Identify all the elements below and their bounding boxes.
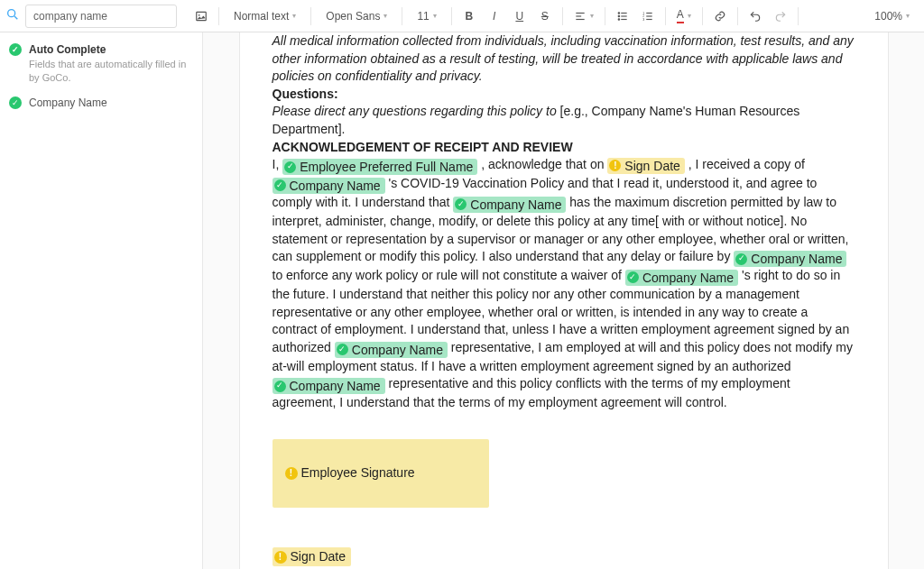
sidebar-item-company-name[interactable]: ✓ Company Name xyxy=(9,96,193,109)
doc-text: Please direct any questions regarding th… xyxy=(273,104,560,118)
sidebar-item-label: Company Name xyxy=(29,96,107,109)
check-icon: ✓ xyxy=(9,96,22,109)
toolbar-divider xyxy=(310,7,311,25)
zoom-select[interactable]: 100% xyxy=(865,5,919,28)
toolbar-divider xyxy=(451,7,452,25)
undo-button[interactable] xyxy=(744,5,767,28)
field-label: Employee Signature xyxy=(301,464,415,482)
check-icon: ✓ xyxy=(274,381,286,392)
field-label: Employee Preferred Full Name xyxy=(300,159,473,175)
sidebar-section-subtitle: Fields that are automatically filled in … xyxy=(9,58,193,86)
check-icon: ✓ xyxy=(284,161,296,173)
field-label: Company Name xyxy=(290,378,381,394)
insert-link-button[interactable] xyxy=(708,5,732,28)
warn-icon: ! xyxy=(609,160,621,171)
svg-point-0 xyxy=(8,10,15,17)
toolbar: Normal text Open Sans 11 B I U S 123 A xyxy=(0,0,924,32)
svg-point-7 xyxy=(618,12,619,13)
field-company-name[interactable]: ✓Company Name xyxy=(273,178,385,194)
field-company-name[interactable]: ✓Company Name xyxy=(734,251,846,267)
field-label: Sign Date xyxy=(624,158,679,174)
field-label: Company Name xyxy=(751,251,842,267)
toolbar-divider xyxy=(402,7,402,25)
underline-button[interactable]: U xyxy=(508,5,531,28)
doc-text: I, xyxy=(273,157,283,171)
doc-ack-heading[interactable]: ACKNOWLEDGEMENT OF RECEIPT AND REVIEW xyxy=(273,139,855,157)
doc-text: to enforce any work policy or rule will … xyxy=(273,268,625,282)
field-company-name[interactable]: ✓Company Name xyxy=(273,378,385,394)
insert-image-button[interactable] xyxy=(189,5,213,28)
sidebar-section-autocomplete: ✓ Auto Complete xyxy=(9,43,193,56)
field-employee-full-name[interactable]: ✓Employee Preferred Full Name xyxy=(282,159,477,175)
field-employee-signature[interactable]: ! Employee Signature xyxy=(273,439,489,508)
sidebar-section-title: Auto Complete xyxy=(29,43,106,56)
toolbar-divider xyxy=(702,7,703,25)
toolbar-divider xyxy=(665,7,666,25)
doc-ack-body[interactable]: I, ✓Employee Preferred Full Name , ackno… xyxy=(273,156,855,412)
check-icon: ✓ xyxy=(274,179,286,191)
toolbar-divider xyxy=(562,7,563,25)
doc-intro-paragraph[interactable]: All medical information collected from i… xyxy=(273,32,855,86)
redo-button[interactable] xyxy=(769,5,792,28)
search-input[interactable] xyxy=(25,5,177,28)
warn-icon: ! xyxy=(274,551,287,564)
field-label: Company Name xyxy=(470,197,561,213)
align-button[interactable] xyxy=(568,5,599,28)
document-page[interactable]: All medical information collected from i… xyxy=(239,32,889,569)
font-size-select[interactable]: 11 xyxy=(408,5,445,28)
toolbar-divider xyxy=(218,7,219,25)
doc-text: , acknowledge that on xyxy=(481,157,607,171)
toolbar-divider xyxy=(737,7,738,25)
svg-text:3: 3 xyxy=(642,17,644,21)
sidebar: ✓ Auto Complete Fields that are automati… xyxy=(0,32,203,569)
warn-icon: ! xyxy=(285,467,298,480)
field-company-name[interactable]: ✓Company Name xyxy=(625,270,738,286)
bullet-list-button[interactable] xyxy=(611,5,634,28)
document-canvas[interactable]: All medical information collected from i… xyxy=(203,32,924,569)
numbered-list-button[interactable]: 123 xyxy=(636,5,660,28)
strikethrough-button[interactable]: S xyxy=(533,5,557,28)
field-label: Company Name xyxy=(290,178,381,194)
doc-questions-heading[interactable]: Questions: xyxy=(273,86,855,104)
italic-button[interactable]: I xyxy=(483,5,506,28)
svg-point-3 xyxy=(199,14,200,15)
field-sign-date-footer[interactable]: ! Sign Date xyxy=(273,547,351,567)
field-label: Company Name xyxy=(352,342,443,358)
toolbar-divider xyxy=(798,7,799,25)
search-icon[interactable] xyxy=(5,7,20,24)
svg-line-1 xyxy=(14,16,17,19)
check-icon: ✓ xyxy=(455,198,467,210)
check-icon: ✓ xyxy=(9,43,22,56)
field-label: Company Name xyxy=(642,270,734,286)
svg-point-8 xyxy=(618,15,619,16)
doc-questions-body[interactable]: Please direct any questions regarding th… xyxy=(273,103,855,138)
bold-button[interactable]: B xyxy=(457,5,481,28)
check-icon: ✓ xyxy=(337,344,348,355)
field-sign-date[interactable]: !Sign Date xyxy=(607,158,684,174)
field-company-name[interactable]: ✓Company Name xyxy=(453,197,566,213)
toolbar-divider xyxy=(605,7,605,25)
font-family-select[interactable]: Open Sans xyxy=(317,5,396,28)
svg-point-9 xyxy=(618,18,619,19)
font-color-button[interactable]: A xyxy=(671,5,697,28)
paragraph-style-select[interactable]: Normal text xyxy=(225,5,305,28)
check-icon: ✓ xyxy=(735,253,747,265)
doc-text: , I received a copy of xyxy=(688,157,805,171)
check-icon: ✓ xyxy=(627,271,639,283)
field-label: Sign Date xyxy=(291,548,346,566)
field-company-name[interactable]: ✓Company Name xyxy=(335,342,448,358)
